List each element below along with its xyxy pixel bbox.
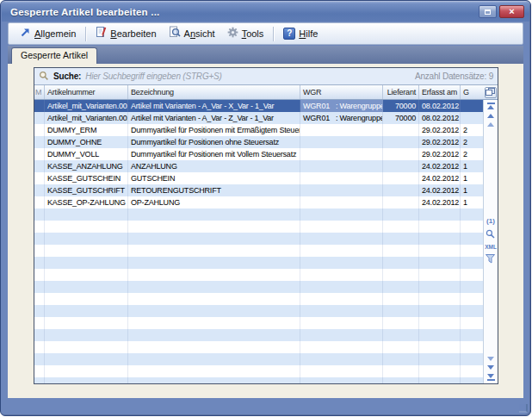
scroll-top-icon[interactable]: [487, 103, 495, 109]
tab-gesperrte-artikel[interactable]: Gesperrte Artikel: [11, 47, 97, 64]
table-row-empty[interactable]: [34, 317, 483, 329]
toolbar-button-ansicht[interactable]: Ansicht: [163, 24, 221, 43]
table-row[interactable]: DUMMY_OHNE Dummyartikel für Positionen o…: [34, 136, 483, 148]
cell-lieferant: [383, 148, 419, 160]
column-header-m[interactable]: M: [34, 85, 45, 99]
record-count: Anzahl Datensätze: 9: [415, 72, 493, 81]
table-row[interactable]: Artikel_mit_Varianten.002 Artikel mit Va…: [34, 112, 483, 124]
cell-erfasst-am: [419, 208, 461, 221]
cell-g: [461, 305, 483, 317]
cell-lieferant: [383, 293, 419, 305]
cell-lieferant: [383, 124, 419, 136]
toolbar-button-tools[interactable]: Tools: [221, 24, 270, 43]
cell-bezeichnung: Dummyartikel für Positionen mit Vollem S…: [128, 148, 300, 160]
cell-wgr: [300, 269, 383, 281]
table-row-empty[interactable]: [34, 221, 483, 233]
cell-wgr: [300, 172, 383, 184]
column-header-erfasst-am[interactable]: Erfasst am: [419, 85, 461, 99]
cell-artikelnummer: [45, 269, 128, 281]
table-row[interactable]: KASSE_GUTSCHEIN GUTSCHEIN 24.02.2012 1: [34, 172, 483, 184]
cell-bezeichnung: [128, 208, 300, 221]
toolbar-button-allgemein[interactable]: Allgemein: [14, 24, 82, 43]
table-row-empty[interactable]: [34, 269, 483, 281]
search-input[interactable]: Hier Suchbegriff eingeben (STRG+S): [85, 72, 222, 81]
cell-erfasst-am: [419, 281, 461, 293]
table-row[interactable]: DUMMY_ERM Dummyartikel für Positionen mi…: [34, 124, 483, 136]
help-icon: ?: [283, 28, 295, 40]
table-row-empty[interactable]: [34, 305, 483, 317]
cell-bezeichnung: [128, 233, 300, 245]
table-row-empty[interactable]: [34, 208, 483, 221]
column-header-wgr[interactable]: WGR: [300, 85, 383, 99]
toolbar-button-bearbeiten[interactable]: Bearbeiten: [90, 24, 162, 43]
close-button[interactable]: ×: [499, 5, 524, 18]
cell-g: 1: [461, 160, 483, 172]
column-header-lieferant[interactable]: Lieferant: [383, 85, 419, 99]
cell-g: [461, 245, 483, 257]
column-header-g[interactable]: G: [461, 85, 483, 99]
cell-wgr: [300, 281, 383, 293]
table-row-empty[interactable]: [34, 365, 483, 377]
cell-m: [34, 305, 45, 317]
cell-bezeichnung: [128, 305, 300, 317]
table-row-empty[interactable]: [34, 233, 483, 245]
scroll-down-icon[interactable]: [487, 365, 494, 370]
table-row[interactable]: KASSE_ANZAHLUNG ANZAHLUNG 24.02.2012 1: [34, 160, 483, 172]
table-row[interactable]: KASSE_GUTSCHRIFT RETOURENGUTSCHRIFT 24.0…: [34, 184, 483, 196]
cell-erfasst-am: [419, 233, 461, 245]
table-row-empty[interactable]: [34, 341, 483, 353]
scroll-bottom-icon[interactable]: [487, 374, 495, 381]
cell-erfasst-am: 24.02.2012: [419, 184, 461, 196]
restore-button[interactable]: [479, 5, 497, 18]
table-row[interactable]: Artikel_mit_Varianten.001 Artikel mit Va…: [34, 100, 483, 112]
cell-g: [461, 221, 483, 233]
cell-wgr: [300, 245, 383, 257]
cell-artikelnummer: Artikel_mit_Varianten.002: [45, 112, 128, 124]
table-row-empty[interactable]: [34, 353, 483, 365]
cell-wgr: [300, 377, 383, 383]
toolbar-button-hilfe[interactable]: ? Hilfe: [277, 26, 324, 41]
cell-artikelnummer: KASSE_GUTSCHRIFT: [45, 184, 128, 196]
table-row-empty[interactable]: [34, 329, 483, 341]
edit-note-icon: [96, 26, 107, 41]
cell-lieferant: [383, 305, 419, 317]
cell-g: [461, 341, 483, 353]
column-header-artikelnummer[interactable]: Artikelnummer: [45, 85, 128, 99]
search-icon[interactable]: [486, 229, 495, 240]
scroll-up-icon[interactable]: [487, 114, 494, 118]
cell-erfasst-am: [419, 221, 461, 233]
resize-grip[interactable]: [519, 404, 528, 413]
cell-artikelnummer: [45, 353, 128, 365]
column-picker-button[interactable]: [485, 87, 497, 98]
search-bar[interactable]: Suche: Hier Suchbegriff eingeben (STRG+S…: [34, 68, 498, 85]
cell-bezeichnung: Dummyartikel für Positionen mit Ermäßigt…: [128, 124, 300, 136]
cell-artikelnummer: KASSE_OP-ZAHLUNG: [45, 196, 128, 208]
table-row-empty[interactable]: [34, 245, 483, 257]
column-header-bezeichnung[interactable]: Bezeichnung: [128, 85, 300, 99]
record-number-icon[interactable]: (1): [486, 218, 495, 225]
table-row-empty[interactable]: [34, 281, 483, 293]
table-row-empty[interactable]: [34, 377, 483, 383]
cell-g: 2: [461, 136, 483, 148]
table-row-empty[interactable]: [34, 293, 483, 305]
cell-bezeichnung: [128, 341, 300, 353]
table-row[interactable]: KASSE_OP-ZAHLUNG OP-ZAHLUNG 24.02.2012 1: [34, 196, 483, 208]
cell-m: [34, 281, 45, 293]
cell-bezeichnung: [128, 257, 300, 269]
cell-m: [34, 184, 45, 196]
titlebar[interactable]: Gesperrte Artikel bearbeiten ... ×: [2, 2, 529, 22]
table-row-empty[interactable]: [34, 257, 483, 269]
cell-lieferant: [383, 329, 419, 341]
scroll-up-icon[interactable]: [487, 122, 494, 127]
cell-m: [34, 172, 45, 184]
cell-erfasst-am: 29.02.2012: [419, 136, 461, 148]
scroll-down-icon[interactable]: [487, 357, 494, 361]
cell-wgr: [300, 257, 383, 269]
xml-icon[interactable]: XML: [485, 245, 497, 251]
cell-m: [34, 100, 45, 112]
cell-wgr: [300, 160, 383, 172]
table-row[interactable]: DUMMY_VOLL Dummyartikel für Positionen m…: [34, 148, 483, 160]
cell-wgr: [300, 317, 383, 329]
filter-icon[interactable]: [486, 254, 495, 265]
cell-lieferant: 70000: [383, 100, 419, 112]
